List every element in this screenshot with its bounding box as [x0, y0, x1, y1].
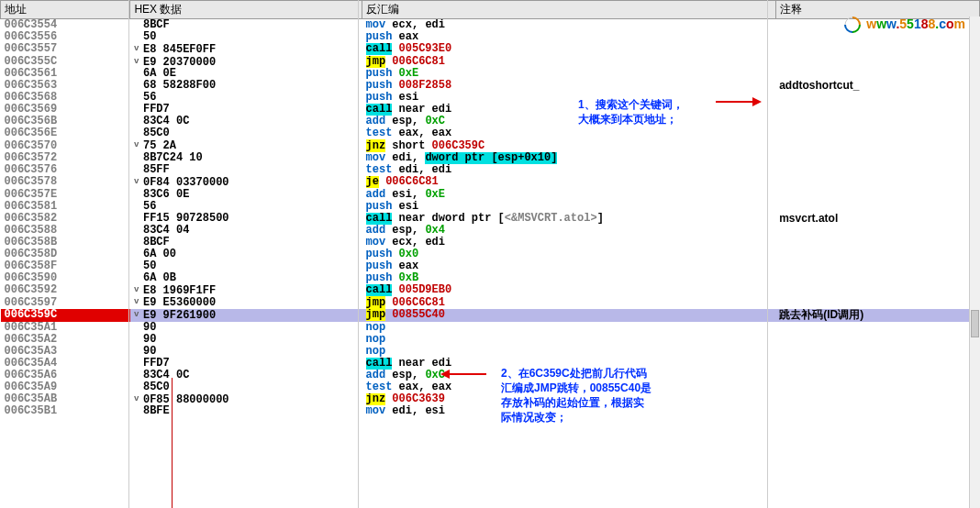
comment-cell[interactable]: [775, 164, 979, 176]
comment-cell[interactable]: [775, 104, 979, 116]
comment-cell[interactable]: [775, 237, 979, 248]
disasm-row[interactable]: 006C358156push esi: [1, 201, 980, 213]
hex-bytes: 0F85 88000000: [143, 393, 229, 406]
disasm-row[interactable]: 006C35906A 0Bpush 0xB: [1, 272, 980, 284]
disasm-row[interactable]: 006C358883C4 04add esp, 0x4: [1, 225, 980, 237]
disasm-row[interactable]: 006C356856push esi: [1, 92, 980, 104]
address: 006C3569: [5, 104, 58, 116]
comment-cell[interactable]: [775, 225, 979, 237]
hex-bytes: E8 845EF0FF: [143, 43, 216, 56]
comment-cell[interactable]: addtoshortcut_: [775, 80, 979, 92]
disasm-row[interactable]: 006C35A390nop: [1, 346, 980, 358]
disasm-row[interactable]: 006C357685FFtest edi, edi: [1, 164, 980, 176]
header-asm[interactable]: 反汇编: [362, 1, 776, 19]
comment-cell[interactable]: [775, 116, 979, 127]
hex-bytes: 6A 0E: [143, 68, 176, 80]
asm-cell: jmp 00855C40: [362, 309, 776, 322]
disasm-row[interactable]: 006C355CvE9 20370000jmp 006C6C81: [1, 56, 980, 69]
comment-cell[interactable]: [775, 248, 979, 260]
asm-cell: push esi: [362, 201, 776, 213]
disasm-row[interactable]: 006C3597vE9 E5360000jmp 006C6C81: [1, 296, 980, 309]
expand-icon[interactable]: v: [134, 176, 143, 188]
comment-cell[interactable]: [775, 381, 979, 393]
watermark: www.55188.com: [844, 17, 965, 33]
address: 006C357E: [5, 189, 58, 201]
disasm-row[interactable]: 006C3582FF15 90728500call near dword ptr…: [1, 213, 980, 225]
expand-icon[interactable]: v: [134, 56, 143, 68]
comment-cell[interactable]: [775, 322, 979, 334]
disassembly-table[interactable]: 地址 HEX 数据 反汇编 注释 006C35548BCFmov ecx, ed…: [0, 0, 980, 417]
disasm-row[interactable]: 006C358F50push eax: [1, 260, 980, 272]
address: 006C35A9: [5, 381, 58, 393]
disasm-row[interactable]: 006C358B8BCFmov ecx, edi: [1, 237, 980, 248]
comment-cell[interactable]: [775, 296, 979, 309]
disasm-row[interactable]: 006C35ABv0F85 88000000jnz 006C3639: [1, 393, 980, 406]
hex-bytes: 8BCF: [143, 237, 170, 248]
comment-cell[interactable]: [775, 176, 979, 189]
hex-bytes: 56: [143, 92, 156, 104]
asm-cell: test eax, eax: [362, 127, 776, 139]
comment-cell[interactable]: [775, 92, 979, 104]
expand-icon[interactable]: v: [134, 43, 143, 55]
disasm-row[interactable]: 006C35A190nop: [1, 322, 980, 334]
header-address[interactable]: 地址: [1, 1, 130, 19]
disasm-row[interactable]: 006C359CvE9 9F261900jmp 00855C40跳去补码(ID调…: [1, 309, 980, 322]
expand-icon[interactable]: v: [134, 284, 143, 296]
disasm-row[interactable]: 006C355650push eax: [1, 31, 980, 43]
header-hex[interactable]: HEX 数据: [130, 1, 362, 19]
comment-cell[interactable]: [775, 189, 979, 201]
comment-cell[interactable]: [775, 56, 979, 69]
comment-cell[interactable]: [775, 139, 979, 152]
asm-cell: mov edi, dword ptr [esp+0x10]: [362, 152, 776, 164]
disasm-row[interactable]: 006C356B83C4 0Cadd esp, 0xC: [1, 116, 980, 127]
comment-cell[interactable]: [775, 370, 979, 381]
hex-bytes: 50: [143, 260, 156, 272]
address: 006C356E: [5, 127, 58, 139]
disasm-row[interactable]: 006C35548BCFmov ecx, edi: [1, 19, 980, 32]
address: 006C3576: [5, 164, 58, 176]
expand-icon[interactable]: v: [134, 296, 143, 308]
disasm-row[interactable]: 006C3592vE8 1969F1FFcall 005D9EB0: [1, 284, 980, 297]
disasm-row[interactable]: 006C35A683C4 0Cadd esp, 0xC: [1, 370, 980, 381]
comment-cell[interactable]: [775, 152, 979, 164]
comment-cell[interactable]: [775, 272, 979, 284]
disasm-row[interactable]: 006C35A985C0test eax, eax: [1, 381, 980, 393]
comment-cell[interactable]: [775, 334, 979, 346]
disasm-row[interactable]: 006C3569FFD7call near edi: [1, 104, 980, 116]
comment-cell[interactable]: [775, 260, 979, 272]
comment-cell[interactable]: [775, 127, 979, 139]
expand-icon[interactable]: v: [134, 309, 143, 321]
comment-cell[interactable]: [775, 68, 979, 80]
disasm-row[interactable]: 006C3557vE8 845EF0FFcall 005C93E0: [1, 43, 980, 56]
comment-cell[interactable]: [775, 201, 979, 213]
comment-cell[interactable]: [775, 284, 979, 297]
disasm-row[interactable]: 006C35A290nop: [1, 334, 980, 346]
hex-bytes: E9 E5360000: [143, 296, 216, 309]
vertical-scrollbar[interactable]: [969, 17, 980, 508]
hex-bytes: 8BCF: [143, 19, 170, 32]
disasm-row[interactable]: 006C35A4FFD7call near edi: [1, 358, 980, 370]
expand-icon[interactable]: v: [134, 393, 143, 405]
comment-cell[interactable]: [775, 346, 979, 358]
hex-bytes: E9 20370000: [143, 56, 216, 69]
comment-cell[interactable]: 跳去补码(ID调用): [775, 309, 979, 322]
expand-icon[interactable]: v: [134, 139, 143, 151]
scroll-thumb[interactable]: [971, 310, 979, 337]
disasm-row[interactable]: 006C357E83C6 0Eadd esi, 0xE: [1, 189, 980, 201]
comment-cell[interactable]: [775, 405, 979, 417]
watermark-text: www.55188.com: [866, 17, 965, 31]
comment-cell[interactable]: [775, 358, 979, 370]
disasm-row[interactable]: 006C35728B7C24 10mov edi, dword ptr [esp…: [1, 152, 980, 164]
comment-cell[interactable]: [775, 393, 979, 406]
disasm-row[interactable]: 006C35B18BFEmov edi, esi: [1, 405, 980, 417]
disasm-row[interactable]: 006C358D6A 00push 0x0: [1, 248, 980, 260]
disasm-row[interactable]: 006C35616A 0Epush 0xE: [1, 68, 980, 80]
asm-cell: je 006C6C81: [362, 176, 776, 189]
comment-cell[interactable]: msvcrt.atol: [775, 213, 979, 225]
disasm-row[interactable]: 006C356368 58288F00push 008F2858addtosho…: [1, 80, 980, 92]
disasm-row[interactable]: 006C3570v75 2Ajnz short 006C359C: [1, 139, 980, 152]
disasm-row[interactable]: 006C356E85C0test eax, eax: [1, 127, 980, 139]
asm-cell: nop: [362, 334, 776, 346]
comment-cell[interactable]: [775, 43, 979, 56]
disasm-row[interactable]: 006C3578v0F84 03370000je 006C6C81: [1, 176, 980, 189]
